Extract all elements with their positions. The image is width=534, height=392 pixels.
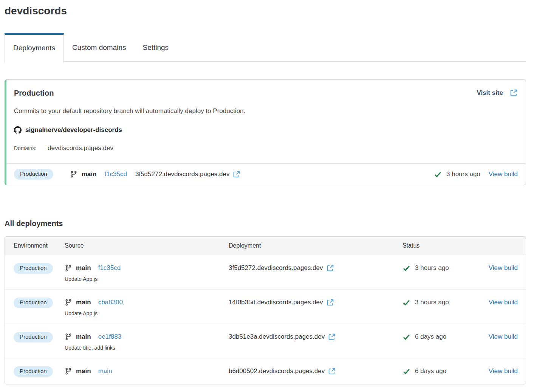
column-source: Source xyxy=(65,242,229,249)
status-time: 3 hours ago xyxy=(415,263,449,273)
environment-badge: Production xyxy=(14,169,53,180)
status-time: 3 hours ago xyxy=(415,297,449,308)
check-icon xyxy=(402,299,410,307)
production-description: Commits to your default repository branc… xyxy=(14,107,518,115)
external-link-icon[interactable] xyxy=(328,367,336,375)
commit-link[interactable]: main xyxy=(98,366,112,377)
production-card: Production Visit site Commits to your de… xyxy=(5,79,526,185)
tab-deployments[interactable]: Deployments xyxy=(5,33,64,63)
check-icon xyxy=(434,170,442,178)
view-build-link[interactable]: View build xyxy=(489,264,518,271)
view-build-link[interactable]: View build xyxy=(489,170,518,178)
table-header: Environment Source Deployment Status xyxy=(5,237,526,255)
commit-link[interactable]: ee1f883 xyxy=(98,332,121,342)
status-time: 6 days ago xyxy=(415,366,446,377)
commit-message: Update App.js xyxy=(65,276,229,282)
external-link-icon[interactable] xyxy=(327,264,334,272)
check-icon xyxy=(402,264,410,272)
view-build-link[interactable]: View build xyxy=(489,367,518,375)
all-deployments-heading: All deployments xyxy=(5,219,526,228)
tab-custom-domains[interactable]: Custom domains xyxy=(64,33,135,61)
domains-label: Domains: xyxy=(14,145,48,151)
deployment-url: 3db51e3a.devdiscords.pages.dev xyxy=(229,332,325,342)
status-time: 6 days ago xyxy=(415,332,446,342)
external-link-icon[interactable] xyxy=(328,333,336,341)
github-icon xyxy=(14,126,22,134)
git-branch-icon xyxy=(65,299,72,306)
status-time: 3 hours ago xyxy=(446,170,480,178)
visit-site-link[interactable]: Visit site xyxy=(477,89,518,97)
table-row: Production main main b6d00502.devdiscord… xyxy=(5,358,526,384)
commit-link[interactable]: cba8300 xyxy=(98,297,123,308)
git-branch-icon xyxy=(65,333,72,341)
commit-link[interactable]: f1c35cd xyxy=(98,263,121,273)
branch-name: main xyxy=(76,297,91,308)
external-link-icon[interactable] xyxy=(233,170,240,178)
column-environment: Environment xyxy=(14,242,65,249)
view-build-link[interactable]: View build xyxy=(489,299,518,306)
git-branch-icon xyxy=(65,367,72,375)
git-branch-icon xyxy=(65,264,72,272)
environment-badge: Production xyxy=(14,332,53,342)
table-row: Production main cba8300 Update App.js 14… xyxy=(5,289,526,324)
branch-name: main xyxy=(76,263,91,273)
page-title: devdiscords xyxy=(5,5,526,17)
repository-link[interactable]: signalnerve/developer-discords xyxy=(25,126,122,134)
commit-message: Update title, add links xyxy=(65,345,229,351)
deployment-url: 3f5d5272.devdiscords.pages.dev xyxy=(135,170,230,178)
production-deployment-row: Production main f1c35cd 3f5d5272.devdisc… xyxy=(6,163,526,185)
git-branch-icon xyxy=(70,170,77,178)
deployment-url: 14f0b35d.devdiscords.pages.dev xyxy=(229,297,323,308)
branch-name: main xyxy=(82,170,97,178)
visit-site-label: Visit site xyxy=(477,89,503,97)
check-icon xyxy=(402,333,410,341)
environment-badge: Production xyxy=(14,366,53,377)
environment-badge: Production xyxy=(14,263,53,274)
environment-badge: Production xyxy=(14,297,53,308)
check-icon xyxy=(402,367,410,375)
tab-settings[interactable]: Settings xyxy=(134,33,177,61)
branch-name: main xyxy=(76,332,91,342)
deployments-table: Environment Source Deployment Status Pro… xyxy=(5,236,526,384)
tab-bar: Deployments Custom domains Settings xyxy=(5,33,526,62)
external-link-icon[interactable] xyxy=(327,299,334,306)
table-row: Production main ee1f883 Update title, ad… xyxy=(5,324,526,358)
production-card-title: Production xyxy=(14,89,54,98)
commit-link[interactable]: f1c35cd xyxy=(104,170,127,178)
domains-value: devdiscords.pages.dev xyxy=(48,144,113,152)
external-link-icon xyxy=(510,89,518,97)
column-deployment: Deployment xyxy=(229,242,402,249)
view-build-link[interactable]: View build xyxy=(489,333,518,340)
branch-name: main xyxy=(76,366,91,377)
deployment-url: b6d00502.devdiscords.pages.dev xyxy=(229,366,325,377)
table-row: Production main f1c35cd Update App.js 3f… xyxy=(5,255,526,289)
deployment-url: 3f5d5272.devdiscords.pages.dev xyxy=(229,263,323,273)
commit-message: Update App.js xyxy=(65,310,229,316)
column-status: Status xyxy=(402,242,485,249)
